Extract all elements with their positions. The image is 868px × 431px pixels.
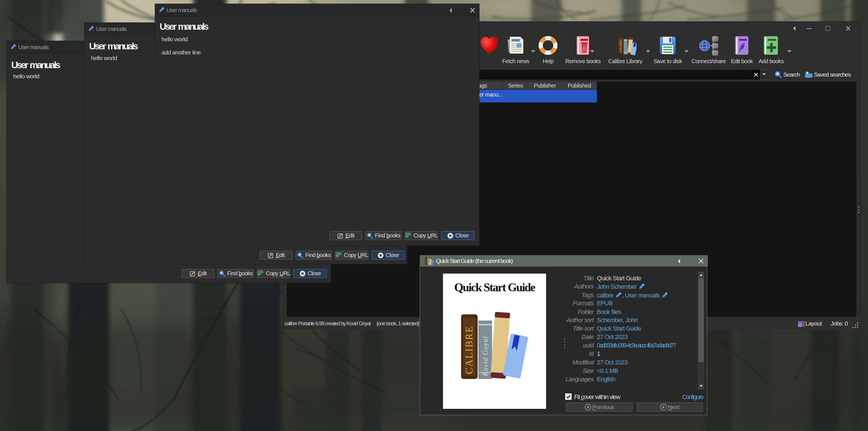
svg-text:CALIBRE: CALIBRE	[619, 40, 622, 53]
svg-text:CALIBRE: CALIBRE	[464, 326, 475, 374]
